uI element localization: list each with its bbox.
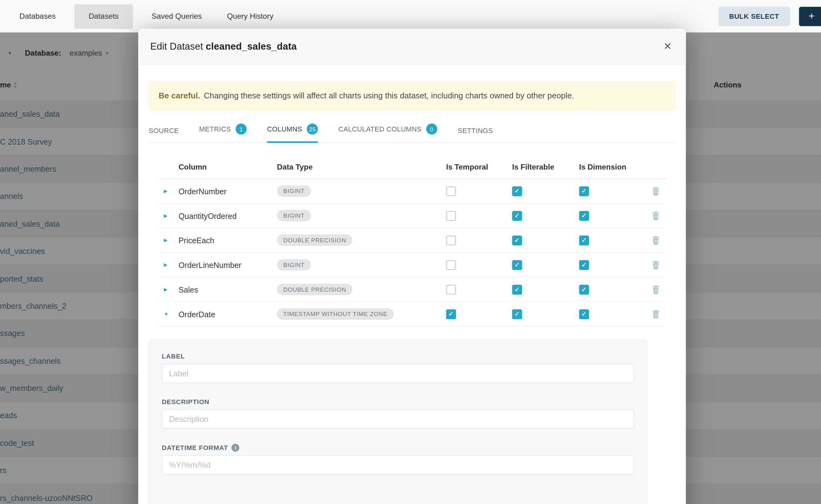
data-type-cell: BIGINT — [277, 185, 446, 197]
data-type-cell: BIGINT — [277, 210, 446, 221]
is-dimension-checkbox-cell: ✓ — [579, 284, 651, 294]
datetime-format-label-text: DATETIME FORMAT — [162, 444, 228, 451]
expand-caret-icon[interactable]: ▶ — [159, 262, 167, 268]
info-icon: i — [232, 444, 240, 452]
datetime-format-field-label: DATETIME FORMAT i — [162, 444, 634, 452]
is-filterable-checkbox[interactable]: ✓ — [512, 186, 522, 196]
delete-column-button[interactable] — [651, 186, 660, 196]
tab-label: METRICS — [199, 125, 231, 133]
is-dimension-checkbox[interactable]: ✓ — [579, 186, 589, 196]
column-header-is-dimension: Is Dimension — [579, 163, 651, 171]
is-temporal-checkbox[interactable]: ✓ — [446, 309, 456, 319]
warning-text: Changing these settings will affect all … — [204, 91, 574, 101]
data-type-cell: BIGINT — [277, 259, 446, 271]
is-filterable-checkbox[interactable]: ✓ — [512, 284, 522, 294]
tab-badge: 1 — [235, 124, 246, 135]
is-dimension-checkbox[interactable]: ✓ — [579, 235, 589, 245]
warning-bold: Be careful. — [159, 91, 200, 101]
tab-metrics[interactable]: METRICS1 — [199, 124, 247, 142]
tab-settings[interactable]: SETTINGS — [458, 127, 493, 142]
is-dimension-checkbox[interactable]: ✓ — [579, 284, 589, 294]
caret-cell: ▼ — [159, 311, 179, 317]
modal-header: Edit Dataset cleaned_sales_data ✕ — [138, 29, 686, 64]
is-filterable-checkbox[interactable]: ✓ — [512, 260, 522, 270]
is-dimension-checkbox[interactable]: ✓ — [579, 260, 589, 270]
columns-table-body: ▶OrderNumberBIGINT✓✓▶QuantityOrderedBIGI… — [159, 179, 665, 327]
data-type-pill: TIMESTAMP WITHOUT TIME ZONE — [277, 308, 394, 320]
delete-column-button[interactable] — [651, 235, 660, 245]
column-row: ▶OrderLineNumberBIGINT✓✓ — [159, 253, 665, 278]
data-type-pill: DOUBLE PRECISION — [277, 284, 353, 295]
is-temporal-checkbox-cell — [446, 235, 512, 245]
label-field-label: LABEL — [162, 353, 634, 360]
nav-tab-saved-queries[interactable]: Saved Queries — [139, 0, 214, 32]
nav-tab-datasets[interactable]: Datasets — [75, 4, 133, 29]
column-row: ▶SalesDOUBLE PRECISION✓✓ — [159, 277, 665, 302]
is-filterable-checkbox-cell: ✓ — [512, 235, 579, 245]
is-dimension-checkbox[interactable]: ✓ — [579, 309, 589, 319]
top-nav: DatabasesDatasetsSaved QueriesQuery Hist… — [0, 0, 821, 32]
expand-caret-icon[interactable]: ▶ — [159, 188, 167, 194]
caret-cell: ▶ — [159, 238, 179, 243]
is-temporal-checkbox[interactable] — [446, 186, 456, 196]
is-dimension-checkbox[interactable]: ✓ — [579, 211, 589, 221]
is-temporal-checkbox[interactable] — [446, 235, 456, 245]
datetime-format-input[interactable] — [162, 455, 634, 475]
is-temporal-checkbox-cell — [446, 284, 512, 294]
tab-label: SOURCE — [149, 127, 179, 135]
close-icon[interactable]: ✕ — [661, 38, 674, 54]
is-temporal-checkbox[interactable] — [446, 284, 456, 294]
description-field-group: DESCRIPTION — [162, 398, 634, 428]
collapse-caret-icon[interactable]: ▼ — [159, 311, 169, 317]
delete-column-button[interactable] — [651, 211, 660, 220]
delete-column-button[interactable] — [651, 285, 660, 294]
column-name: OrderDate — [179, 309, 277, 318]
is-dimension-checkbox-cell: ✓ — [579, 186, 651, 196]
delete-cell — [651, 235, 665, 245]
column-header-is-temporal: Is Temporal — [446, 163, 512, 171]
nav-tab-query-history[interactable]: Query History — [214, 0, 286, 32]
delete-column-button[interactable] — [651, 260, 660, 269]
column-name: OrderLineNumber — [179, 260, 277, 269]
is-filterable-checkbox-cell: ✓ — [512, 186, 579, 196]
delete-cell — [651, 260, 665, 269]
is-filterable-checkbox-cell: ✓ — [512, 260, 579, 270]
tab-source[interactable]: SOURCE — [149, 127, 179, 142]
tab-calculated-columns[interactable]: CALCULATED COLUMNS0 — [338, 124, 438, 142]
column-header-data-type: Data Type — [277, 163, 446, 171]
label-field-label-text: LABEL — [162, 353, 185, 360]
label-input[interactable] — [162, 364, 634, 383]
is-dimension-checkbox-cell: ✓ — [579, 260, 651, 270]
is-filterable-checkbox-cell: ✓ — [512, 284, 579, 294]
column-name: OrderNumber — [179, 187, 277, 195]
tab-badge: 0 — [427, 124, 438, 135]
bulk-select-button[interactable]: BULK SELECT — [718, 7, 790, 26]
expand-caret-icon[interactable]: ▶ — [159, 287, 167, 292]
description-input[interactable] — [162, 409, 634, 429]
nav-tab-databases[interactable]: Databases — [7, 0, 68, 32]
delete-cell — [651, 309, 665, 319]
tab-columns[interactable]: COLUMNS25 — [267, 124, 318, 142]
tab-label: COLUMNS — [267, 125, 302, 133]
is-filterable-checkbox[interactable]: ✓ — [512, 309, 522, 319]
delete-column-button[interactable] — [651, 309, 660, 319]
expand-caret-icon[interactable]: ▶ — [159, 238, 167, 243]
is-temporal-checkbox[interactable] — [446, 260, 456, 270]
nav-tabs: DatabasesDatasetsSaved QueriesQuery Hist… — [7, 0, 286, 32]
expand-caret-icon[interactable]: ▶ — [159, 213, 167, 218]
modal-body: Be careful. Changing these settings will… — [138, 81, 686, 504]
description-field-label: DESCRIPTION — [162, 398, 634, 405]
is-temporal-checkbox[interactable] — [446, 211, 456, 221]
is-temporal-checkbox-cell — [446, 211, 512, 221]
is-dimension-checkbox-cell: ✓ — [579, 235, 651, 245]
is-filterable-checkbox[interactable]: ✓ — [512, 235, 522, 245]
data-type-cell: DOUBLE PRECISION — [277, 284, 446, 295]
is-temporal-checkbox-cell — [446, 260, 512, 270]
data-type-cell: DOUBLE PRECISION — [277, 235, 446, 246]
caret-cell: ▶ — [159, 188, 179, 194]
column-name: Sales — [179, 285, 277, 294]
add-dataset-button[interactable]: + — [799, 7, 821, 26]
modal-title-prefix: Edit Dataset — [150, 41, 203, 52]
modal-title: Edit Dataset cleaned_sales_data — [150, 41, 297, 52]
is-filterable-checkbox[interactable]: ✓ — [512, 211, 522, 221]
